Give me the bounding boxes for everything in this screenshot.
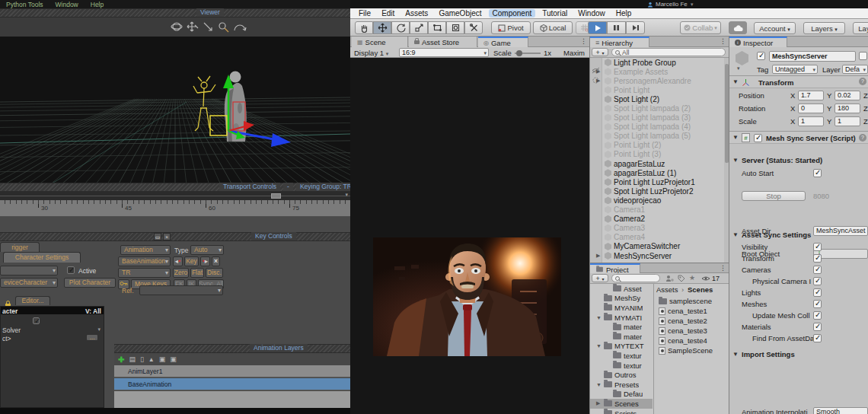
- hierarchy-item[interactable]: apagarEstaLuz (1): [590, 168, 724, 177]
- sync-setting-checkbox[interactable]: [813, 266, 822, 274]
- expand-arrow-icon[interactable]: ▶: [596, 78, 602, 84]
- timeline-slider-track[interactable]: ▾: [0, 192, 350, 200]
- editor-tab[interactable]: Editor...: [15, 296, 50, 305]
- project-tree-item[interactable]: Defau: [590, 390, 653, 400]
- search-by-type-icon[interactable]: [665, 275, 674, 282]
- sync-setting-checkbox[interactable]: [813, 323, 822, 331]
- unity-menu-item[interactable]: File: [355, 9, 375, 18]
- breadcrumb-current[interactable]: Scenes: [688, 285, 713, 294]
- script-foldout-icon[interactable]: ▼: [732, 134, 739, 141]
- sync-foldout-icon[interactable]: ▼: [732, 231, 739, 238]
- display-dropdown[interactable]: Display 1 ▾: [354, 49, 388, 57]
- account-chip[interactable]: Marcello Fe ▼: [647, 1, 694, 8]
- layers-dropdown[interactable]: Layers ▾: [803, 22, 845, 34]
- layout-dropdown[interactable]: Lay: [853, 22, 868, 34]
- maximize-toggle[interactable]: Maxim: [563, 49, 585, 57]
- project-tree-item[interactable]: Outros: [590, 370, 653, 380]
- sync-setting-checkbox[interactable]: [813, 243, 822, 251]
- keying-group-dropdown[interactable]: TR: [118, 268, 171, 278]
- cloud-button[interactable]: [729, 21, 747, 34]
- project-create-button[interactable]: + ▾: [592, 274, 608, 282]
- filter-layers-icon[interactable]: ▲: [148, 356, 155, 363]
- project-tree-item[interactable]: Asset: [590, 284, 653, 294]
- hierarchy-item[interactable]: Point Light (3): [590, 150, 724, 159]
- hierarchy-item[interactable]: Camera2: [590, 215, 724, 224]
- character-settings-tab[interactable]: Character Settings: [3, 252, 81, 263]
- device-character-dropdown[interactable]: eviceCharacter: [0, 278, 58, 288]
- breadcrumb-root[interactable]: Assets: [656, 285, 678, 294]
- hierarchy-item[interactable]: videoprojecao: [590, 196, 724, 205]
- object-picker-button[interactable]: ...: [86, 334, 98, 341]
- sync-setting-checkbox[interactable]: [813, 288, 822, 297]
- view-all-label[interactable]: V: All: [85, 307, 101, 315]
- asset-dir-field[interactable]: MeshSyncAsset: [813, 226, 868, 236]
- panel-close-icon[interactable]: ×: [163, 233, 171, 240]
- project-search-input[interactable]: [611, 274, 660, 282]
- zero-button[interactable]: Zero: [173, 268, 189, 278]
- x-value-field[interactable]: 0: [798, 104, 824, 113]
- hidden-count-eye-icon[interactable]: [701, 275, 710, 282]
- hierarchy-item[interactable]: Spot Light (2): [590, 94, 724, 104]
- hierarchy-item[interactable]: Spot Light lampada (3): [590, 113, 724, 123]
- solver-caret-icon[interactable]: ▾: [97, 326, 101, 333]
- plot-character-button[interactable]: Plot Character: [64, 278, 116, 288]
- anim-layer-row[interactable]: AnimLayer1: [114, 365, 350, 377]
- tab-inspector[interactable]: i Inspector: [729, 37, 787, 47]
- delete-layer-icon[interactable]: ▯: [140, 355, 144, 363]
- trigger-tab[interactable]: rigger: [0, 242, 40, 252]
- mb-menu-item[interactable]: Help: [91, 1, 104, 8]
- transform-foldout-icon[interactable]: ▼: [732, 78, 739, 85]
- gameobject-icon-caret[interactable]: ▾: [737, 65, 740, 72]
- project-tree-item[interactable]: ▼ Presets: [590, 380, 653, 390]
- unity-menu-item[interactable]: Tutorial: [538, 9, 571, 18]
- tab-hierarchy[interactable]: ≡Hierarchy: [590, 37, 649, 47]
- scale-slider-track[interactable]: [515, 53, 541, 54]
- transform-header[interactable]: ▼ Transform ?: [729, 76, 868, 88]
- project-tree-item[interactable]: mater: [590, 322, 653, 332]
- add-layer-icon[interactable]: ✚: [118, 355, 124, 364]
- hierarchy-scrollbar-thumb[interactable]: [725, 64, 729, 163]
- hierarchy-item[interactable]: MyCameraSwitcher: [590, 242, 724, 251]
- gameobject-active-checkbox[interactable]: [757, 52, 765, 60]
- game-menu-dots-icon[interactable]: ⋮: [580, 37, 587, 45]
- move-tool-button[interactable]: [373, 21, 391, 34]
- hierarchy-item[interactable]: Light Probe Group: [590, 58, 724, 67]
- rect-tool-button[interactable]: [428, 21, 446, 34]
- project-file-item[interactable]: cena_teste4: [654, 336, 729, 346]
- auto-start-checkbox[interactable]: [813, 169, 822, 177]
- timeline-ruler[interactable]: 30456075: [0, 200, 350, 217]
- unity-menu-item[interactable]: Assets: [401, 9, 432, 18]
- hierarchy-item[interactable]: Spot Light LuzProjetor2: [590, 186, 724, 196]
- project-file-item[interactable]: SampleScene: [654, 346, 729, 355]
- x-value-field[interactable]: 1: [798, 116, 824, 126]
- merge-layers-icon[interactable]: ▣: [159, 355, 166, 363]
- sync-setting-checkbox[interactable]: [813, 334, 822, 342]
- active-checkbox[interactable]: [67, 266, 75, 274]
- key-button[interactable]: Key: [184, 256, 199, 266]
- pivot-toggle-button[interactable]: Pivot: [491, 21, 531, 34]
- project-file-item[interactable]: cena_teste2: [654, 316, 729, 326]
- disc-button[interactable]: Disc.: [206, 268, 223, 278]
- timeline-caret-icon[interactable]: ▾: [345, 192, 348, 198]
- unity-menu-item[interactable]: GameObject: [435, 9, 485, 18]
- server-foldout-icon[interactable]: ▼: [732, 157, 739, 164]
- tree-caret-icon[interactable]: ▼: [596, 315, 602, 320]
- mb-3d-viewport[interactable]: [0, 37, 350, 183]
- ref-dropdown[interactable]: [139, 285, 223, 295]
- project-tree-item[interactable]: MYANIM: [590, 303, 653, 313]
- play-button[interactable]: [588, 21, 607, 34]
- hierarchy-item[interactable]: Spot Light lampada (4): [590, 123, 724, 132]
- mb-menu-item[interactable]: Window: [56, 1, 78, 8]
- tree-caret-icon[interactable]: ▼: [596, 382, 602, 387]
- aspect-dropdown[interactable]: 16:9: [399, 48, 489, 57]
- layer-dropdown[interactable]: Defa: [842, 65, 868, 74]
- viewer-nav-icons[interactable]: [171, 21, 247, 33]
- hierarchy-item[interactable]: Spot Light lampada (2): [590, 104, 724, 113]
- timeline-slider-handle[interactable]: [271, 193, 281, 199]
- hand-tool-button[interactable]: [355, 21, 373, 34]
- unity-menu-item[interactable]: Window: [574, 9, 609, 18]
- anim-layer-row-selected[interactable]: BaseAnimation: [114, 378, 350, 390]
- tab-game[interactable]: ◎Game: [478, 37, 528, 47]
- project-tree-item[interactable]: ▼ MYTEXT: [590, 342, 653, 352]
- duplicate-layer-icon[interactable]: ▣: [170, 355, 177, 363]
